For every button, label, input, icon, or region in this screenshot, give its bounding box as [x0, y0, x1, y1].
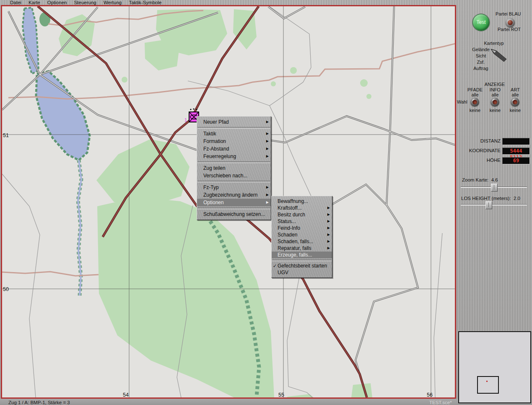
zoom-slider-handle[interactable] [491, 184, 498, 192]
menu-separator [197, 181, 270, 182]
distanz-readout [502, 138, 530, 145]
checkmark-icon: ✓ [273, 262, 277, 269]
grid-label-55: 55 [278, 392, 284, 397]
kartentyp-title: Kartentyp [469, 40, 519, 47]
submenu-arrow-icon: ▶ [327, 218, 330, 225]
menu-item-zug-teilen[interactable]: Zug teilen [197, 164, 271, 172]
menu-item-taktik[interactable]: Taktik▶ [197, 130, 271, 138]
menu-item-fz-typ[interactable]: Fz-Typ▶ [197, 184, 271, 191]
anzeige-art-keine: keine [503, 107, 528, 114]
submenu-arrow-icon: ▶ [266, 118, 269, 126]
submenu-arrow-icon: ▶ [327, 231, 330, 238]
partei-blau-label: Partei BLAU [496, 11, 521, 16]
menu-item-neuer-pfad[interactable]: Neuer Pfad▶ [197, 118, 271, 126]
submenu-arrow-icon: ▶ [266, 199, 269, 206]
submenu-item-reparatur-falls[interactable]: Reparatur, falls▶ [272, 245, 332, 252]
submenu-arrow-icon: ▶ [266, 153, 269, 160]
grid-label-50: 50 [3, 286, 9, 292]
minimap-unit-dot [486, 381, 488, 382]
menu-separator [197, 208, 270, 209]
submenu-item-schaden-falls[interactable]: Schaden, falls...▶ [272, 238, 332, 245]
submenu-arrow-icon: ▶ [266, 138, 269, 145]
grid-label-51: 51 [3, 132, 9, 138]
grid-label-56: 56 [427, 392, 433, 397]
submenu-item-feind-info[interactable]: Feind-Info▶ [272, 225, 332, 231]
los-slider-track[interactable] [461, 205, 527, 205]
submenu-item-besitz-durch[interactable]: Besitz durch▶ [272, 211, 332, 218]
submenu-arrow-icon: ▶ [327, 211, 330, 218]
kartentyp-knob-icon[interactable] [490, 47, 508, 62]
menu-item-formation[interactable]: Formation▶ [197, 138, 271, 145]
submenu-arrow-icon: ▶ [266, 191, 269, 199]
menu-item-fz-abstand[interactable]: Fz-Abstand▶ [197, 145, 271, 153]
control-panel: Test Partei BLAU Partei ROT Kartentyp Ge… [457, 0, 532, 405]
kartentyp-option-auftrag: Auftrag [462, 65, 500, 72]
submenu-item-schaden[interactable]: Schaden▶ [272, 231, 332, 238]
optionen-submenu: Bewaffnung... Kraftstoff...▶ Besitz durc… [271, 196, 332, 278]
submenu-item-bewaffnung[interactable]: Bewaffnung... [272, 198, 332, 205]
menu-separator [197, 161, 270, 163]
submenu-item-kraftstoff[interactable]: Kraftstoff...▶ [272, 205, 332, 211]
submenu-arrow-icon: ▶ [327, 238, 330, 245]
pfade-knob[interactable] [470, 98, 479, 106]
submenu-arrow-icon: ▶ [327, 205, 330, 211]
koordinate-readout: 5444 5112 [502, 148, 530, 155]
zoom-slider-track[interactable] [461, 187, 527, 188]
submenu-item-status[interactable]: Status...▶ [272, 218, 332, 225]
submenu-arrow-icon: ▶ [327, 225, 330, 231]
statusbar: Zug 1 / A: BMP-1, Stärke = 3 TEST.sce* [0, 399, 532, 405]
submenu-item-gefechtsbereit-starten[interactable]: ✓Gefechtsbereit starten [272, 262, 332, 269]
unit-context-menu: Neuer Pfad▶ Taktik▶ Formation▶ Fz-Abstan… [197, 116, 271, 220]
menu-separator [197, 127, 270, 129]
art-knob[interactable] [511, 98, 519, 106]
menu-item-zugbezeichnung-aendern[interactable]: Zugbezeichnung ändern▶ [197, 191, 271, 199]
anzeige-wahl-label: Wahl [457, 99, 467, 104]
zoom-value: 4.6 [491, 177, 498, 182]
unit-number-label: 1 [184, 117, 187, 122]
grid-label-54: 54 [123, 392, 129, 397]
submenu-arrow-icon: ▶ [266, 184, 269, 191]
minimap-viewport-rect[interactable] [477, 376, 499, 394]
menu-separator [272, 260, 332, 261]
hoehe-readout: 69 [502, 157, 530, 164]
info-knob[interactable] [490, 98, 499, 106]
koordinate-label: KOORDINATE [457, 148, 501, 154]
zoom-slider-label: Zoom Karte: 4.6 [462, 177, 498, 182]
party-toggle-knob[interactable] [506, 18, 515, 27]
anzeige-art-alle: alle [503, 92, 528, 98]
partei-rot-label: Partei ROT [498, 27, 521, 32]
application-window: Datei Karte Optionen Steuerung Wertung T… [0, 0, 532, 405]
selected-unit-status: Zug 1 / A: BMP-1, Stärke = 3 [8, 399, 70, 405]
submenu-arrow-icon: ▶ [327, 245, 330, 252]
scenario-file-label: TEST.sce* [429, 399, 452, 405]
distanz-label: DISTANZ [457, 138, 501, 144]
hoehe-label: HÖHE [457, 157, 501, 164]
submenu-arrow-icon: ▶ [266, 130, 269, 138]
test-button[interactable]: Test [472, 14, 490, 31]
submenu-item-ugv[interactable]: UGV [272, 269, 332, 276]
los-value: 2.0 [514, 196, 520, 201]
menu-item-optionen[interactable]: Optionen▶ [197, 199, 271, 206]
menu-item-feuerregelung[interactable]: Feuerregelung▶ [197, 153, 271, 160]
menu-item-verschieben-nach[interactable]: Verschieben nach... [197, 172, 271, 179]
los-slider-handle[interactable] [485, 201, 492, 209]
minimap[interactable] [458, 331, 531, 403]
menu-item-schussabweichung-setzen[interactable]: Schußabweichung setzen... [197, 210, 271, 218]
los-slider-label: LOS HEIGHT (meters): 2.0 [461, 196, 520, 201]
submenu-arrow-icon: ▶ [266, 145, 269, 153]
submenu-item-erzeuge-falls[interactable]: Erzeuge, falls... [272, 252, 332, 258]
